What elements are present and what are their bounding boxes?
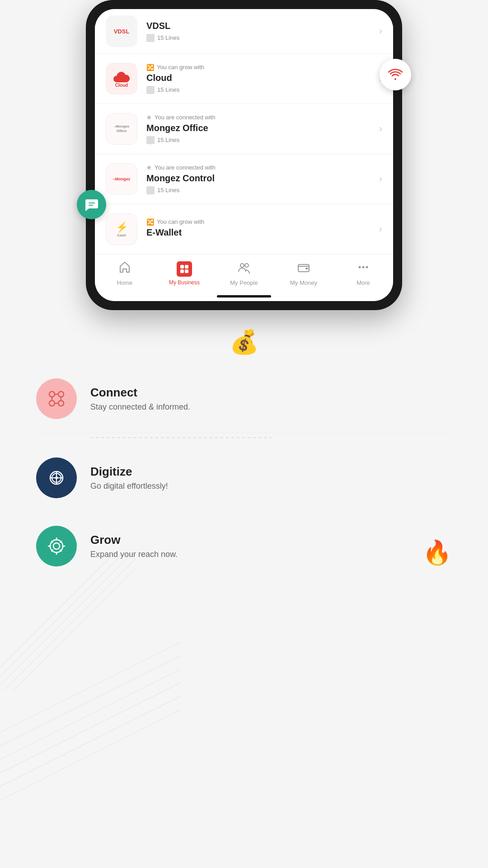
nav-more[interactable]: More <box>343 261 384 286</box>
svg-point-28 <box>58 401 64 406</box>
lines-icon <box>146 34 155 42</box>
svg-line-0 <box>420 0 477 57</box>
home-icon <box>118 261 131 277</box>
ewallet-logo: ⚡ Cash <box>106 213 137 245</box>
mongez-control-lines: 15 Lines <box>146 186 375 194</box>
connect-icon-circle <box>36 378 77 419</box>
bottom-nav: Home My Business <box>95 254 393 295</box>
svg-point-25 <box>49 392 55 397</box>
svg-point-18 <box>240 264 244 267</box>
svg-line-33 <box>0 554 122 676</box>
vdsl-name: VDSL <box>146 21 375 31</box>
cloud-tag: 🔀 You can grow with <box>146 64 375 71</box>
svg-point-23 <box>362 266 365 269</box>
cloud-lines: 15 Lines <box>146 86 375 94</box>
features-section: 💰 Connect Stay connected & informed. <box>0 328 488 580</box>
mongez-office-logo: –Mongez Office <box>106 113 137 145</box>
cloud-info: 🔀 You can grow with Cloud 15 Lines <box>146 64 375 94</box>
mongez-office-info: ✳ You are connected with Mongez Office 1… <box>146 114 375 144</box>
svg-line-35 <box>5 559 136 690</box>
svg-line-36 <box>14 568 136 690</box>
chat-button[interactable] <box>77 190 106 219</box>
svg-point-24 <box>366 266 368 269</box>
mongez-control-logo: –Mongez <box>106 163 137 195</box>
service-list: Cloud 🔀 You can grow with Cloud 15 Lines… <box>95 54 393 254</box>
svg-point-31 <box>55 476 58 479</box>
mongez-control-info: ✳ You are connected with Mongez Control … <box>146 164 375 194</box>
mongez-control-item[interactable]: –Mongez ✳ You are connected with Mongez … <box>95 154 393 204</box>
money-label: My Money <box>290 279 317 286</box>
phone-screen: VDSL VDSL 15 Lines › Cloud <box>95 9 393 301</box>
more-icon <box>357 261 370 277</box>
business-icon <box>177 261 192 277</box>
business-label: My Business <box>169 279 200 286</box>
home-label: Home <box>117 279 133 286</box>
mongez-office-name: Mongez Office <box>146 123 375 133</box>
mongez-control-name: Mongez Control <box>146 173 375 184</box>
nav-indicator <box>217 295 271 297</box>
svg-point-27 <box>49 401 55 406</box>
digitize-icon-circle <box>36 458 77 498</box>
ewallet-tag: 🔀 You can grow with <box>146 218 375 226</box>
ewallet-name: E-Wallet <box>146 227 375 238</box>
svg-rect-21 <box>305 268 308 269</box>
svg-point-19 <box>245 264 249 267</box>
connect-feature[interactable]: Connect Stay connected & informed. <box>36 365 452 433</box>
fire-emoji: 🔥 <box>422 539 452 566</box>
mongez-control-tag: ✳ You are connected with <box>146 164 375 171</box>
svg-line-32 <box>0 554 113 667</box>
wallet-icon <box>297 261 310 277</box>
vdsl-item[interactable]: VDSL VDSL 15 Lines › <box>95 9 393 54</box>
mongez-office-tag: ✳ You are connected with <box>146 114 375 121</box>
mongez-office-item[interactable]: –Mongez Office ✳ You are connected with … <box>95 104 393 154</box>
svg-point-26 <box>58 392 64 397</box>
nav-my-people[interactable]: My People <box>224 261 264 286</box>
nav-home[interactable]: Home <box>104 261 145 286</box>
svg-line-1 <box>427 0 477 50</box>
chevron-icon: › <box>379 173 382 185</box>
svg-line-11 <box>0 683 181 773</box>
svg-rect-15 <box>185 265 188 269</box>
mongez-office-lines: 15 Lines <box>146 136 375 144</box>
phone-frame: VDSL VDSL 15 Lines › Cloud <box>86 0 402 310</box>
connect-subtitle: Stay connected & informed. <box>90 402 190 412</box>
svg-line-2 <box>434 0 477 43</box>
cloud-logo: Cloud <box>106 63 137 94</box>
people-icon <box>238 261 250 277</box>
money-emoji: 💰 <box>36 328 452 356</box>
chevron-icon: › <box>379 223 382 235</box>
more-label: More <box>357 279 370 286</box>
svg-line-12 <box>0 696 181 787</box>
cloud-name: Cloud <box>146 73 375 83</box>
digitize-text: Digitize Go digital effortlessly! <box>90 465 168 491</box>
vdsl-logo: VDSL <box>106 15 137 47</box>
nav-my-business[interactable]: My Business <box>164 261 205 286</box>
svg-rect-17 <box>185 269 188 273</box>
svg-line-34 <box>0 554 131 685</box>
ewallet-info: 🔀 You can grow with E-Wallet <box>146 218 375 241</box>
digitize-title: Digitize <box>90 465 168 479</box>
nav-my-money[interactable]: My Money <box>283 261 324 286</box>
svg-rect-16 <box>180 269 184 273</box>
grow-title: Grow <box>90 533 178 547</box>
chevron-icon: › <box>379 25 382 37</box>
svg-line-3 <box>441 0 477 36</box>
cloud-item[interactable]: Cloud 🔀 You can grow with Cloud 15 Lines… <box>95 54 393 104</box>
svg-point-22 <box>359 266 361 269</box>
digitize-subtitle: Go digital effortlessly! <box>90 481 168 491</box>
svg-rect-14 <box>180 265 184 269</box>
chevron-icon: › <box>379 123 382 135</box>
digitize-feature[interactable]: Digitize Go digital effortlessly! <box>36 444 452 512</box>
vdsl-lines: 15 Lines <box>146 34 375 42</box>
people-label: My People <box>230 279 258 286</box>
connect-text: Connect Stay connected & informed. <box>90 386 190 412</box>
vdsl-info: VDSL 15 Lines <box>146 21 375 42</box>
connect-title: Connect <box>90 386 190 400</box>
wifi-button[interactable] <box>380 59 411 90</box>
svg-line-13 <box>0 710 181 800</box>
svg-point-38 <box>53 543 60 549</box>
ewallet-item[interactable]: ⚡ Cash 🔀 You can grow with E-Wallet › <box>95 204 393 254</box>
